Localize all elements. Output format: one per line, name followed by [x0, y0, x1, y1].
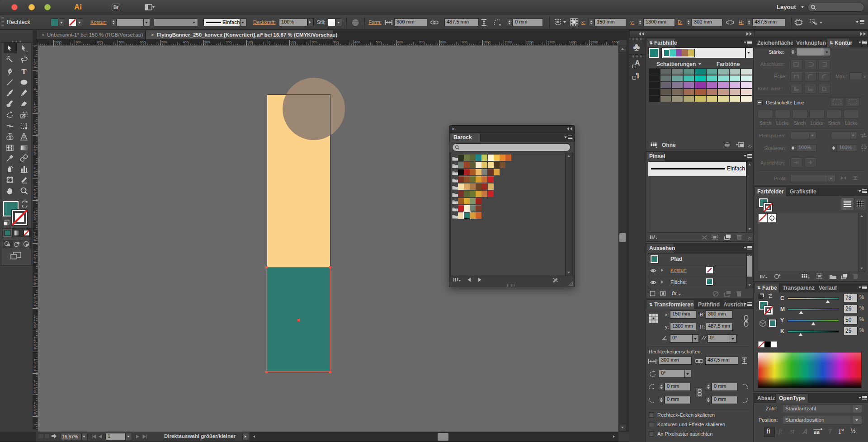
svg-text:T: T [21, 67, 27, 75]
